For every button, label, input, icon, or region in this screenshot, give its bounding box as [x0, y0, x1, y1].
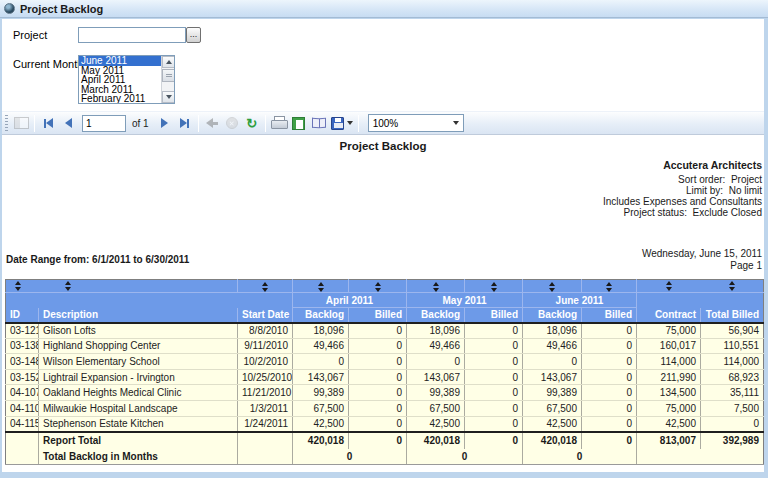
table-cell: 0: [523, 354, 582, 370]
table-cell: 42,500: [407, 416, 465, 432]
table-cell: 99,389: [523, 385, 582, 401]
info-line: Sort order: Project: [603, 174, 762, 185]
toolbar-grip: [5, 115, 8, 131]
column-header: Description: [39, 308, 238, 323]
table-cell: Highland Shopping Center: [39, 338, 238, 354]
scroll-down-icon[interactable]: [162, 91, 175, 103]
column-header: Billed: [465, 308, 523, 323]
table-cell: 134,500: [637, 385, 701, 401]
sort-row: [6, 280, 764, 293]
column-header: Billed: [349, 308, 407, 323]
total-cell: 420,018: [407, 432, 465, 449]
table-row: 04-115Stephenson Estate Kitchen1/24/2011…: [6, 416, 764, 432]
column-header-row: ID Description Start Date Backlog Billed…: [6, 308, 764, 323]
table-cell: 04-115: [6, 416, 39, 432]
month-list: June 2011May 2011April 2011March 2011Feb…: [79, 56, 161, 103]
sort-toggle-icon[interactable]: [15, 281, 21, 291]
month-list-item[interactable]: February 2011: [79, 94, 161, 104]
table-cell: 0: [465, 323, 523, 339]
table-cell: 143,067: [523, 369, 582, 385]
table-cell: 04-110: [6, 400, 39, 416]
table-cell: 99,389: [293, 385, 349, 401]
table-cell: 0: [349, 416, 407, 432]
date-range-label: Date Range from: 6/1/2011 to 6/30/2011: [6, 254, 189, 265]
page-setup-icon[interactable]: [309, 113, 329, 133]
previous-page-icon[interactable]: [58, 113, 78, 133]
sort-toggle-icon[interactable]: [606, 282, 612, 292]
table-cell: 7,500: [701, 400, 764, 416]
sort-toggle-icon[interactable]: [262, 282, 268, 292]
table-cell: 0: [349, 323, 407, 339]
sort-toggle-icon[interactable]: [729, 281, 735, 291]
app-icon: [4, 3, 15, 14]
info-line: Includes Expenses and Consultants: [603, 196, 762, 207]
table-cell: 160,017: [637, 338, 701, 354]
total-cell: 392,989: [701, 432, 764, 449]
table-cell: Wilson Elementary School: [39, 354, 238, 370]
table-cell: 18,096: [523, 323, 582, 339]
table-cell: 03-148: [6, 354, 39, 370]
table-cell: 56,904: [701, 323, 764, 339]
table-cell: 67,500: [523, 400, 582, 416]
table-cell: Glison Lofts: [39, 323, 238, 339]
table-cell: 03-121: [6, 323, 39, 339]
zoom-dropdown-icon[interactable]: [453, 121, 459, 125]
export-dropdown-icon: [347, 121, 353, 125]
table-cell: 18,096: [407, 323, 465, 339]
column-header: Backlog: [523, 308, 582, 323]
report-info-block: Sort order: Project Limit by: No limit I…: [603, 174, 762, 218]
total-cell: 0: [349, 432, 407, 449]
sort-toggle-icon[interactable]: [433, 282, 439, 292]
sort-toggle-icon[interactable]: [318, 282, 324, 292]
table-cell: 211,990: [637, 369, 701, 385]
current-month-listbox[interactable]: June 2011May 2011April 2011March 2011Feb…: [78, 55, 175, 104]
window-title: Project Backlog: [20, 3, 103, 15]
scroll-thumb[interactable]: [162, 69, 175, 82]
table-cell: 0: [349, 338, 407, 354]
table-cell: 0: [582, 369, 637, 385]
next-page-icon[interactable]: [155, 113, 175, 133]
print-date-block: Wednesday, June 15, 2011 Page 1: [642, 248, 762, 272]
page-number-input[interactable]: [82, 115, 126, 132]
browse-button[interactable]: ...: [186, 27, 201, 43]
title-bar: Project Backlog: [0, 0, 768, 18]
table-cell: 11/21/2010: [238, 385, 293, 401]
table-cell: 0: [582, 338, 637, 354]
listbox-scrollbar[interactable]: [161, 56, 174, 103]
table-row: 04-110Milwaukie Hospital Landscape1/3/20…: [6, 400, 764, 416]
app-window: Project Backlog Project ... Current Mont…: [0, 0, 768, 478]
table-cell: 9/11/2010: [238, 338, 293, 354]
print-icon[interactable]: [269, 113, 289, 133]
table-cell: 68,923: [701, 369, 764, 385]
sort-toggle-icon[interactable]: [65, 281, 71, 291]
table-cell: 10/2/2010: [238, 354, 293, 370]
sort-toggle-icon[interactable]: [491, 282, 497, 292]
backlog-months-cell: 0: [293, 449, 407, 465]
zoom-select[interactable]: 100%: [368, 114, 464, 132]
sort-toggle-icon[interactable]: [375, 282, 381, 292]
table-cell: 35,111: [701, 385, 764, 401]
backlog-months-cell: 0: [523, 449, 637, 465]
table-cell: 49,466: [523, 338, 582, 354]
sort-toggle-icon[interactable]: [549, 282, 555, 292]
backlog-months-row: Total Backlog in Months 0 0 0: [6, 449, 764, 465]
column-header: Backlog: [407, 308, 465, 323]
printed-date: Wednesday, June 15, 2011: [642, 248, 762, 260]
print-layout-icon[interactable]: [289, 113, 309, 133]
page-label: Page 1: [642, 260, 762, 272]
export-icon[interactable]: [329, 113, 355, 133]
project-input[interactable]: [78, 27, 186, 43]
sort-toggle-icon[interactable]: [666, 281, 672, 291]
table-row: 03-148Wilson Elementary School10/2/20100…: [6, 354, 764, 370]
info-line: Limit by: No limit: [603, 185, 762, 196]
scroll-up-icon[interactable]: [162, 56, 175, 68]
table-cell: 0: [349, 385, 407, 401]
table-cell: 99,389: [407, 385, 465, 401]
first-page-icon[interactable]: [38, 113, 58, 133]
table-row: 03-121Glison Lofts8/8/201018,096018,0960…: [6, 323, 764, 339]
refresh-icon[interactable]: ↻: [242, 113, 262, 133]
client-area: Project ... Current Month June 2011May 2…: [2, 19, 764, 472]
table-cell: 49,466: [293, 338, 349, 354]
last-page-icon[interactable]: [175, 113, 195, 133]
table-cell: 0: [465, 385, 523, 401]
